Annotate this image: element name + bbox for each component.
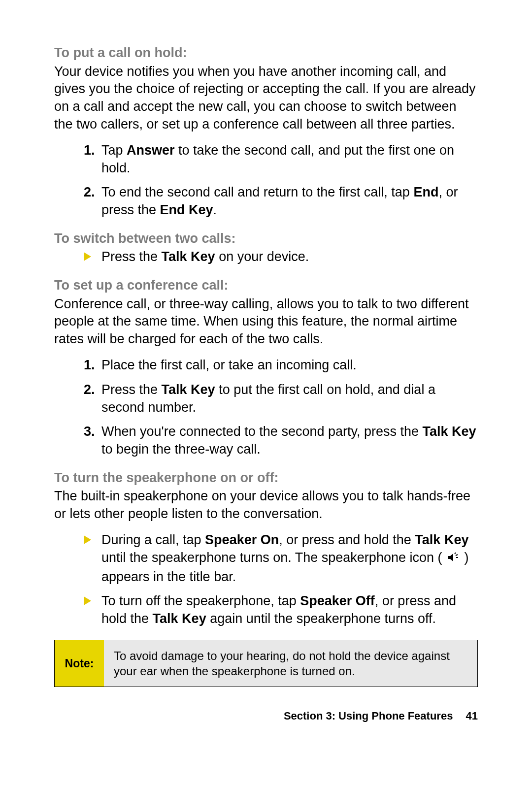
bold-text: Talk Key bbox=[162, 249, 215, 264]
bullet-switch-1: Press the Talk Key on your device. bbox=[84, 248, 478, 266]
heading-conference: To set up a conference call: bbox=[54, 277, 478, 295]
bullets-speaker: During a call, tap Speaker On, or press … bbox=[54, 531, 478, 627]
page-footer: Section 3: Using Phone Features 41 bbox=[54, 709, 478, 723]
text: , or press and hold the bbox=[279, 532, 415, 547]
step-conf-2: Press the Talk Key to put the first call… bbox=[84, 381, 478, 416]
bold-text: Speaker Off bbox=[300, 593, 375, 608]
step-hold-1: Tap Answer to take the second call, and … bbox=[84, 142, 478, 177]
text: until the speakerphone turns on. The spe… bbox=[101, 550, 446, 565]
steps-conference: Place the first call, or take an incomin… bbox=[54, 357, 478, 458]
text: To end the second call and return to the… bbox=[101, 185, 413, 199]
bullet-speaker-2: To turn off the speakerphone, tap Speake… bbox=[84, 592, 478, 627]
bold-text: End bbox=[413, 185, 438, 199]
text: Place the first call, or take an incomin… bbox=[101, 358, 357, 372]
steps-hold: Tap Answer to take the second call, and … bbox=[54, 142, 478, 219]
bullet-speaker-1: During a call, tap Speaker On, or press … bbox=[84, 531, 478, 586]
text: During a call, tap bbox=[101, 532, 205, 547]
bold-text: Talk Key bbox=[423, 424, 476, 439]
bullets-switch: Press the Talk Key on your device. bbox=[54, 248, 478, 266]
heading-hold: To put a call on hold: bbox=[54, 44, 478, 62]
step-hold-2: To end the second call and return to the… bbox=[84, 184, 478, 219]
text: Press the bbox=[101, 249, 162, 264]
note-body: To avoid damage to your hearing, do not … bbox=[104, 640, 477, 687]
text: To turn off the speakerphone, tap bbox=[101, 593, 300, 608]
note-label: Note: bbox=[55, 640, 104, 687]
bold-text: Speaker On bbox=[205, 532, 279, 547]
text: . bbox=[213, 202, 217, 217]
note-box: Note: To avoid damage to your hearing, d… bbox=[54, 640, 478, 687]
speakerphone-icon bbox=[447, 551, 460, 568]
text: Tap bbox=[101, 143, 127, 158]
heading-switch: To switch between two calls: bbox=[54, 230, 478, 248]
bold-text: Answer bbox=[127, 143, 175, 158]
step-conf-3: When you're connected to the second part… bbox=[84, 423, 478, 458]
bold-text: Talk Key bbox=[162, 382, 215, 397]
text: When you're connected to the second part… bbox=[101, 424, 423, 439]
text: again until the speakerphone turns off. bbox=[206, 611, 436, 626]
body-speaker: The built-in speakerphone on your device… bbox=[54, 488, 478, 523]
text: to begin the three-way call. bbox=[101, 442, 261, 457]
body-hold: Your device notifies you when you have a… bbox=[54, 63, 478, 133]
heading-speaker: To turn the speakerphone on or off: bbox=[54, 469, 478, 487]
bold-text: Talk Key bbox=[415, 532, 468, 547]
text: Press the bbox=[101, 382, 162, 397]
step-conf-1: Place the first call, or take an incomin… bbox=[84, 357, 478, 374]
bold-text: Talk Key bbox=[153, 611, 206, 626]
body-conference: Conference call, or three-way calling, a… bbox=[54, 295, 478, 348]
bold-text: End Key bbox=[160, 202, 213, 217]
footer-section: Section 3: Using Phone Features bbox=[284, 710, 453, 722]
text: on your device. bbox=[215, 249, 309, 264]
footer-page-number: 41 bbox=[466, 710, 478, 722]
